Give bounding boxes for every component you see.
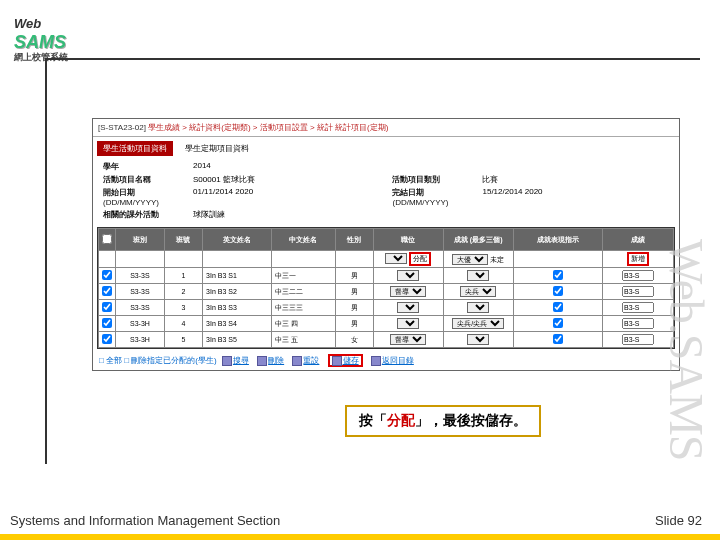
cell-no: 4 (164, 316, 202, 332)
label-type: 活動項目類別 (388, 173, 478, 186)
row-grade-input[interactable] (622, 286, 654, 297)
row-ind-checkbox[interactable] (553, 286, 563, 296)
reset-link[interactable]: 重設 (292, 356, 319, 365)
row-position-select[interactable]: 督導 (390, 286, 426, 297)
cell-zh: 中三二二 (271, 284, 335, 300)
app-window: [S-STA23-02] 學生成績 > 統計資料(定期類) > 活動項目設置 >… (92, 118, 680, 371)
cell-class: S3-3S (116, 284, 165, 300)
value-end2: 2020 (525, 187, 543, 196)
row-position-select[interactable] (397, 270, 419, 281)
table-row: S3-3S23In B3 S2中三二二男督導尖兵 (99, 284, 674, 300)
action-bar: □ 全部 □ 刪除指定已分配的(學生) 搜尋 刪除 重設 儲存 返回目錄 (93, 351, 679, 370)
callout-keyword: 分配 (387, 412, 415, 428)
grid-header-row: 班別 班號 英文姓名 中文姓名 性別 職位 成就 (最多三個) 成就表現指示 成… (99, 229, 674, 251)
hdr-enname: 英文姓名 (203, 229, 272, 251)
callout-pre: 按「 (359, 412, 387, 428)
cell-class: S3-3H (116, 332, 165, 348)
row-grade-input[interactable] (622, 318, 654, 329)
label-start: 開始日期 (103, 188, 135, 197)
row-checkbox[interactable] (102, 302, 112, 312)
cell-no: 3 (164, 300, 202, 316)
slide-number: 92 (688, 513, 702, 528)
value-name-code: S00001 (193, 175, 221, 184)
tab-periodic[interactable]: 學生定期項目資料 (179, 141, 255, 156)
logo-main: SAMS (14, 32, 66, 52)
cell-en: 3In B3 S2 (203, 284, 272, 300)
breadcrumb: [S-STA23-02] 學生成績 > 統計資料(定期類) > 活動項目設置 >… (93, 119, 679, 137)
delete-link[interactable]: 刪除 (257, 356, 284, 365)
cell-en: 3In B3 S4 (203, 316, 272, 332)
row-ind-checkbox[interactable] (553, 302, 563, 312)
filter-position-select[interactable] (385, 253, 407, 264)
page-options: □ 全部 □ 刪除指定已分配的(學生) (99, 356, 217, 365)
select-all-checkbox[interactable] (102, 234, 112, 244)
label-start-fmt: (DD/MM/YYYY) (103, 198, 159, 207)
value-related: 球隊訓練 (189, 208, 388, 221)
cell-sex: 男 (335, 300, 373, 316)
cell-en: 3In B3 S1 (203, 268, 272, 284)
logo-top: Web (14, 16, 41, 31)
cell-zh: 中三 五 (271, 332, 335, 348)
row-position-select[interactable] (397, 302, 419, 313)
table-row: S3-3H53In B3 S5中三 五女督導 (99, 332, 674, 348)
row-grade-input[interactable] (622, 270, 654, 281)
row-checkbox[interactable] (102, 334, 112, 344)
cell-no: 2 (164, 284, 202, 300)
cell-en: 3In B3 S3 (203, 300, 272, 316)
row-ach-select[interactable]: 尖兵 (460, 286, 496, 297)
footer-accent-bar (0, 534, 720, 540)
row-ind-checkbox[interactable] (553, 270, 563, 280)
cell-class: S3-3S (116, 300, 165, 316)
cell-no: 5 (164, 332, 202, 348)
label-end-fmt: (DD/MM/YYYY) (392, 198, 448, 207)
row-ind-checkbox[interactable] (553, 318, 563, 328)
tab-activity[interactable]: 學生活動項目資料 (97, 141, 173, 156)
instruction-callout: 按「分配」，最後按儲存。 (345, 405, 541, 437)
row-checkbox[interactable] (102, 286, 112, 296)
divider-v (45, 58, 47, 464)
row-position-select[interactable]: 督導 (390, 334, 426, 345)
row-position-select[interactable] (397, 318, 419, 329)
hdr-sex: 性別 (335, 229, 373, 251)
save-link[interactable]: 儲存 (328, 354, 363, 367)
cell-no: 1 (164, 268, 202, 284)
row-checkbox[interactable] (102, 270, 112, 280)
value-end: 15/12/2014 (482, 187, 522, 196)
cell-zh: 中三一 (271, 268, 335, 284)
hdr-indicator: 成就表現指示 (513, 229, 602, 251)
row-ach-select[interactable] (467, 302, 489, 313)
slide-label: Slide (655, 513, 684, 528)
row-ach-select[interactable]: 尖兵/尖兵 (452, 318, 504, 329)
cell-sex: 女 (335, 332, 373, 348)
table-row: S3-3H43In B3 S4中三 四男尖兵/尖兵 (99, 316, 674, 332)
assign-button[interactable]: 分配 (409, 252, 431, 266)
back-icon (371, 356, 381, 366)
divider-h (45, 58, 700, 60)
search-link[interactable]: 搜尋 (222, 356, 249, 365)
value-name-text: 籃球比賽 (223, 175, 255, 184)
label-related: 相關的課外活動 (99, 208, 189, 221)
cell-class: S3-3S (116, 268, 165, 284)
watermark-text: Web.SAMS (659, 239, 714, 461)
row-checkbox[interactable] (102, 318, 112, 328)
cell-zh: 中三三三 (271, 300, 335, 316)
add-button[interactable]: 新增 (627, 252, 649, 266)
footer-right: Slide 92 (655, 513, 702, 528)
row-grade-input[interactable] (622, 334, 654, 345)
back-link[interactable]: 返回目錄 (371, 356, 414, 365)
row-ach-select[interactable] (467, 334, 489, 345)
row-grade-input[interactable] (622, 302, 654, 313)
value-start2: 2020 (235, 187, 253, 196)
table-row: S3-3S13In B3 S1中三一男 (99, 268, 674, 284)
callout-post: 」，最後按儲存。 (415, 412, 527, 428)
row-ach-select[interactable] (467, 270, 489, 281)
reset-button[interactable]: 未定 (490, 256, 504, 263)
row-ind-checkbox[interactable] (553, 334, 563, 344)
hdr-position: 職位 (373, 229, 443, 251)
label-year: 學年 (99, 160, 189, 173)
page-code: [S-STA23-02] (98, 123, 146, 132)
table-row: S3-3S33In B3 S3中三三三男 (99, 300, 674, 316)
filter-achievement-select[interactable]: 大優 (452, 254, 488, 265)
label-name: 活動項目名稱 (99, 173, 189, 186)
cell-sex: 男 (335, 316, 373, 332)
